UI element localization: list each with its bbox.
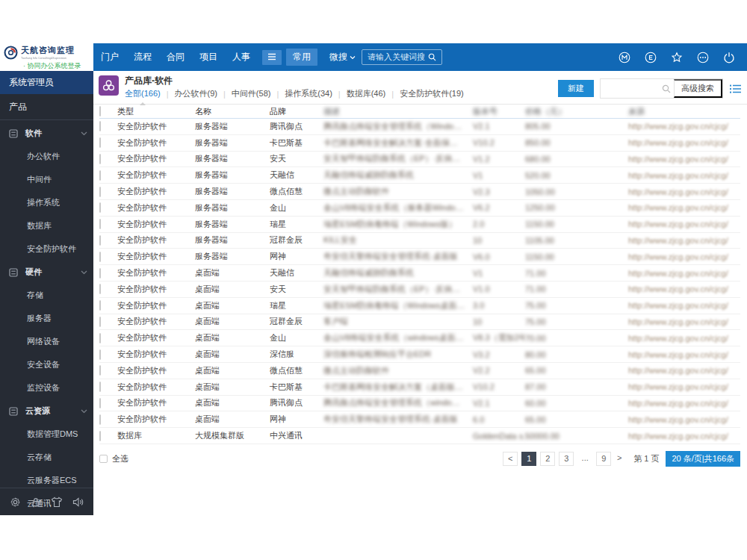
nav-item-3[interactable]: 项目 (199, 51, 217, 63)
search-icon[interactable] (659, 84, 674, 93)
row-checkbox[interactable] (99, 235, 101, 246)
page-button-3[interactable]: 3 (559, 452, 574, 466)
page-size-badge[interactable]: 20 条/页|共166条 (666, 451, 740, 467)
row-checkbox[interactable] (99, 333, 101, 343)
global-search-input[interactable]: 请输入关键词搜 (362, 49, 442, 65)
column-header-0[interactable]: 类型 (117, 106, 195, 117)
row-checkbox[interactable] (99, 170, 101, 181)
tab-4[interactable]: 数据库(46) (347, 88, 386, 99)
table-row: 安全防护软件桌面端深信服深信服终端检测响应平台EDRV3.280.00http:… (99, 346, 740, 363)
row-checkbox[interactable] (99, 349, 101, 360)
sidebar-group-1[interactable]: 硬件 (0, 261, 93, 284)
settings-gear-icon[interactable] (10, 497, 21, 508)
new-button[interactable]: 新建 (558, 80, 594, 97)
row-checkbox[interactable] (99, 268, 101, 279)
page-button-2[interactable]: 2 (540, 452, 555, 466)
row-checkbox[interactable] (99, 300, 101, 311)
sidebar-item-1-4[interactable]: 监控设备 (0, 376, 93, 399)
sound-speaker-icon[interactable] (72, 497, 84, 508)
sidebar-item-2-0[interactable]: 数据管理DMS (0, 423, 93, 446)
sidebar-item-0-2[interactable]: 操作系统 (0, 191, 93, 214)
row-checkbox[interactable] (99, 121, 101, 131)
table-row: 安全防护软件桌面端网神奇安信天擎终端安全管理系统·桌面版6.065.00http… (99, 411, 740, 428)
column-header-4[interactable]: 版本号 (473, 106, 525, 117)
message-m-icon[interactable] (619, 52, 630, 63)
sidebar-item-0-3[interactable]: 数据库 (0, 214, 93, 237)
cell-name: 服务器端 (195, 121, 270, 132)
sidebar-item-1-3[interactable]: 安全设备 (0, 353, 93, 376)
sidebar-section-product[interactable]: 产品 (0, 94, 93, 119)
row-checkbox[interactable] (99, 154, 101, 164)
row-checkbox-cell (99, 432, 117, 441)
cell-src: http://www.zjcg.gov.cn/cjcg/ (628, 317, 740, 326)
column-header-3[interactable]: 描述 (323, 106, 473, 117)
sidebar-item-1-1[interactable]: 服务器 (0, 307, 93, 330)
oa-login-link[interactable]: · 协同办公系统登录 (23, 61, 90, 71)
sidebar-item-1-2[interactable]: 网络设备 (0, 330, 93, 353)
cell-desc: 腾讯御点终端安全管理系统（Windows版） (323, 121, 473, 132)
column-header-6[interactable]: 来源 (628, 106, 740, 117)
tab-3[interactable]: 操作系统(34) (285, 88, 332, 99)
sidebar-item-1-0[interactable]: 存储 (0, 284, 93, 307)
lock-icon[interactable] (31, 497, 41, 508)
screen: 天航咨询监理 Tianhang Info Consulting&Supervis… (0, 0, 747, 560)
advanced-search-button[interactable]: 高级搜索 (674, 79, 722, 98)
sidebar-group-label: 软件 (25, 128, 42, 139)
more-ellipsis-icon[interactable] (697, 52, 709, 63)
next-page-button[interactable]: > (612, 452, 627, 466)
chat-e-icon[interactable] (645, 52, 657, 63)
tab-0[interactable]: 全部(166) (125, 88, 161, 99)
row-checkbox[interactable] (99, 365, 101, 376)
cell-type: 安全防护软件 (117, 332, 195, 343)
column-header-1[interactable]: 名称 (195, 106, 270, 117)
chevron-down-icon (81, 409, 87, 414)
tab-2[interactable]: 中间件(58) (232, 88, 271, 99)
row-checkbox[interactable] (99, 317, 101, 327)
column-header-2[interactable]: 品牌 (270, 106, 323, 117)
prev-page-button[interactable]: < (503, 452, 518, 466)
row-checkbox[interactable] (99, 187, 101, 197)
nav-item-2[interactable]: 合同 (167, 51, 185, 63)
cell-price: 520.00 (525, 171, 628, 180)
row-checkbox[interactable] (99, 382, 101, 392)
sidebar-group-2[interactable]: 云资源 (0, 399, 93, 423)
sidebar-item-2-1[interactable]: 云存储 (0, 446, 93, 469)
row-checkbox[interactable] (99, 431, 101, 441)
cell-price: 1150.00 (525, 220, 628, 228)
row-checkbox-cell (99, 350, 117, 359)
select-all-checkbox[interactable] (99, 455, 108, 463)
sidebar-group-0[interactable]: 软件 (0, 122, 93, 145)
page-button-9[interactable]: 9 (596, 452, 611, 466)
column-header-5[interactable]: 价格（元） (525, 106, 628, 117)
row-checkbox[interactable] (99, 137, 101, 148)
tab-1[interactable]: 办公软件(9) (175, 88, 217, 99)
page-button-1[interactable]: 1 (521, 452, 536, 466)
sidebar-bottom-toolbar (0, 488, 93, 515)
search-scope-dropdown[interactable]: 微搜 (329, 51, 356, 63)
row-checkbox-cell (99, 301, 117, 310)
cell-price: 850.00 (525, 138, 628, 147)
tab-5[interactable]: 安全防护软件(19) (400, 88, 464, 99)
row-checkbox[interactable] (99, 284, 101, 294)
cell-ver: V1 (473, 171, 525, 180)
sidebar-item-0-0[interactable]: 办公软件 (0, 145, 93, 168)
more-menu-icon[interactable] (262, 50, 282, 65)
sidebar-item-0-1[interactable]: 中间件 (0, 168, 93, 191)
theme-shirt-icon[interactable] (51, 497, 63, 508)
header-checkbox[interactable] (99, 106, 101, 116)
nav-item-pinned[interactable]: 常用 (286, 49, 317, 66)
list-view-toggle-icon[interactable] (730, 84, 741, 93)
row-checkbox[interactable] (99, 252, 101, 262)
favorite-star-icon[interactable] (671, 52, 683, 63)
row-checkbox[interactable] (99, 414, 101, 425)
nav-item-0[interactable]: 门户 (101, 51, 119, 63)
power-icon[interactable] (723, 52, 735, 63)
row-checkbox[interactable] (99, 398, 101, 408)
nav-item-1[interactable]: 流程 (134, 51, 152, 63)
sidebar-item-0-4[interactable]: 安全防护软件 (0, 237, 93, 261)
row-checkbox[interactable] (99, 219, 101, 229)
row-checkbox[interactable] (99, 202, 101, 213)
cell-name: 桌面端 (195, 414, 270, 425)
table-search-input[interactable] (601, 81, 659, 96)
nav-item-4[interactable]: 人事 (232, 51, 250, 63)
